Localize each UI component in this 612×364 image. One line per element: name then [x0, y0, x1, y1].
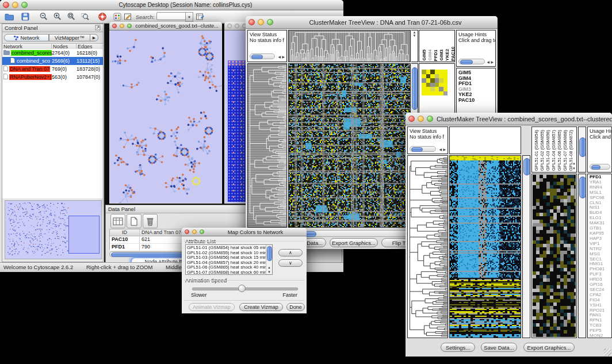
summary-matrix[interactable] [422, 70, 447, 95]
network-canvas[interactable] [110, 30, 221, 203]
minimize-icon[interactable] [235, 24, 239, 28]
usage-hints-scrollbar[interactable] [458, 59, 485, 64]
zoom-region-icon[interactable] [81, 12, 90, 21]
treeview-dna-titlebar[interactable]: ClusterMaker TreeView : DNA and Tran 07-… [246, 16, 498, 29]
save-icon[interactable] [21, 12, 30, 21]
vizmapper-icon[interactable] [113, 12, 122, 21]
close-icon[interactable] [227, 24, 232, 28]
matrix-cell [439, 87, 443, 91]
usage-hints-scrollbar[interactable] [590, 164, 610, 170]
scroll-up-icon[interactable]: ▲ [572, 162, 576, 165]
trash-icon[interactable] [143, 214, 158, 228]
zoom-in-icon[interactable] [53, 12, 62, 21]
main-titlebar[interactable]: Cytoscape Desktop (Session Name: collins… [0, 0, 343, 10]
zoom-fit-icon[interactable] [67, 12, 76, 21]
zoom-window-icon[interactable] [127, 24, 132, 28]
animation-slider-thumb[interactable] [238, 285, 246, 292]
minimize-icon[interactable] [120, 24, 124, 28]
gene-label[interactable]: PAC10 [458, 98, 495, 104]
tab-overflow-arrow[interactable]: ▶ [90, 34, 98, 41]
row-dendrogram-panel[interactable] [407, 155, 448, 338]
annotation-icon[interactable] [123, 12, 132, 21]
minimize-icon[interactable] [12, 2, 18, 8]
column-dendrogram-panel[interactable] [449, 127, 521, 154]
zoom-window-icon[interactable] [200, 229, 204, 234]
scroll-right-icon[interactable]: ▶ [282, 55, 285, 59]
view-status-scrollbar[interactable] [410, 146, 436, 152]
scroll-left-icon[interactable]: ◀ [487, 60, 489, 64]
scroll-right-icon[interactable]: ▶ [491, 60, 494, 64]
scroll-thumb[interactable] [523, 158, 530, 175]
tab-network[interactable]: Network [4, 34, 49, 41]
move-down-button[interactable]: ∨ [278, 259, 303, 267]
float-panel-icon[interactable] [95, 25, 101, 32]
scroll-thumb[interactable] [411, 147, 423, 152]
scroll-strip[interactable]: ▲ ▼ [411, 30, 418, 62]
close-icon[interactable] [3, 2, 9, 8]
zoom-window-icon[interactable] [21, 2, 28, 8]
scroll-right-icon[interactable]: ▶ [443, 148, 446, 151]
zoom-out-icon[interactable] [39, 12, 48, 21]
done-button[interactable]: Done [286, 303, 305, 311]
create-vizmap-button[interactable]: Create Vizmap [239, 303, 283, 311]
heatmap-panel[interactable] [288, 63, 411, 228]
view-status-scrollbar[interactable] [250, 53, 275, 59]
close-icon[interactable] [408, 116, 415, 122]
labels-vscrollbar[interactable] [578, 127, 586, 173]
scroll-thumb[interactable] [591, 165, 600, 170]
scroll-thumb[interactable] [579, 177, 586, 198]
scroll-left-icon[interactable]: ◀ [439, 148, 442, 151]
heatmap-panel[interactable] [449, 155, 521, 338]
new-doc-icon[interactable] [127, 214, 141, 228]
minimize-icon[interactable] [418, 116, 424, 122]
network-row[interactable]: combined_sco2569(6)13112(15) [2, 57, 103, 65]
minimize-icon[interactable] [258, 19, 264, 25]
export-graphics-button[interactable]: Export Graphics... [523, 343, 575, 352]
select-attributes-icon[interactable] [110, 214, 125, 228]
network-row[interactable]: combined_scores_2764(0)16218(0) [2, 49, 103, 57]
row-dendrogram-panel[interactable] [247, 63, 287, 228]
move-up-button[interactable]: ∧ [278, 249, 303, 256]
heatmap-vscrollbar[interactable] [522, 155, 530, 338]
dialog-titlebar[interactable]: Map Colors to Network [182, 228, 307, 236]
overview-viewport-rect[interactable] [68, 216, 100, 254]
column-dendrogram-panel[interactable] [288, 30, 411, 62]
help-lifesaver-icon[interactable] [98, 12, 107, 21]
scroll-thumb[interactable] [251, 55, 263, 59]
close-icon[interactable] [112, 24, 117, 28]
animate-vizmap-button[interactable]: Animate Vizmap [189, 303, 235, 311]
attribute-editor-icon[interactable] [196, 12, 205, 21]
treeview-combined-titlebar[interactable]: ClusterMaker TreeView : combined_scores_… [406, 113, 612, 125]
export-graphics-button[interactable]: Export Graphics... [330, 238, 378, 247]
scroll-up-icon[interactable]: ▲ [267, 266, 271, 269]
zoom-window-icon[interactable] [427, 116, 433, 122]
scroll-thumb[interactable] [460, 60, 473, 64]
close-icon[interactable] [185, 229, 189, 234]
scroll-down-icon[interactable]: ▼ [267, 270, 271, 274]
resize-grip[interactable] [604, 348, 611, 356]
tab-vizmapper[interactable]: VizMapper™ [49, 34, 90, 41]
close-icon[interactable] [248, 19, 255, 25]
gene-label[interactable]: MON2 [590, 334, 611, 338]
open-icon[interactable] [5, 12, 14, 21]
network-row[interactable]: DNA and Tran 07769(0)183728(0) [2, 65, 103, 73]
zoom-window-icon[interactable] [267, 19, 273, 25]
network-view-titlebar[interactable]: combined_scores_good.txt--cluste... [109, 22, 222, 30]
sub-heatmap-panel[interactable] [531, 174, 577, 338]
network-row[interactable]: RNAPuberNov2+|563(0)107847(0) [2, 73, 103, 81]
scroll-left-icon[interactable]: ◀ [278, 55, 281, 59]
scroll-down-icon[interactable]: ▼ [572, 167, 576, 170]
genelist-vscrollbar[interactable] [578, 174, 586, 338]
attribute-list-vscrollbar[interactable]: ▲ ▼ [266, 245, 272, 274]
scroll-thumb[interactable] [579, 137, 586, 157]
save-data-button[interactable]: Save Data... [481, 343, 517, 352]
settings-button[interactable]: Settings... [441, 343, 475, 352]
search-dropdown-icon[interactable]: ▼ [185, 12, 193, 22]
search-input[interactable] [156, 12, 186, 20]
attribute-item[interactable]: GPL51-07 (GSM868) heat shock 60 min [187, 270, 271, 275]
attribute-listbox[interactable]: GPL51-01 (GSM854) heat shock 05 minGPL51… [185, 244, 273, 275]
minimize-icon[interactable] [192, 229, 197, 234]
network-overview-panel[interactable] [5, 200, 102, 259]
scroll-thumb[interactable] [412, 67, 418, 110]
scroll-thumb[interactable] [267, 246, 272, 261]
